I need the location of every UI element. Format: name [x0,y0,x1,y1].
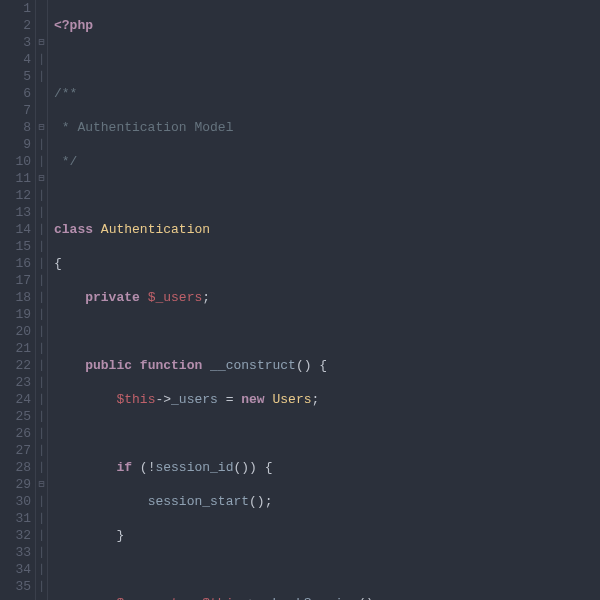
code-line[interactable]: $account = $this->_checkSession(); [54,595,600,600]
keyword: new [241,392,264,407]
method-call: _checkSession [257,596,358,600]
line-number: 28 [0,459,35,476]
fold-guide: │ [36,204,47,221]
php-tag: <?php [54,18,93,33]
fold-toggle-icon[interactable]: ⊟ [36,119,47,136]
fold-guide: │ [36,51,47,68]
code-line[interactable] [54,51,600,68]
variable: $account [116,596,178,600]
line-number: 30 [0,493,35,510]
line-number: 10 [0,153,35,170]
comment: /** [54,86,77,101]
line-number: 7 [0,102,35,119]
fold-guide: │ [36,510,47,527]
fold-guide: │ [36,136,47,153]
fold-guide: │ [36,425,47,442]
fold-guide: │ [36,221,47,238]
fold-guide: │ [36,408,47,425]
keyword: public [85,358,132,373]
fold-guide: │ [36,391,47,408]
line-number: 18 [0,289,35,306]
keyword: private [85,290,140,305]
line-number-gutter: 1234567891011121314151617181920212223242… [0,0,36,600]
code-line[interactable]: */ [54,153,600,170]
code-line[interactable]: if (!session_id()) { [54,459,600,476]
fold-toggle-icon[interactable]: ⊟ [36,476,47,493]
code-line[interactable] [54,425,600,442]
code-line[interactable] [54,187,600,204]
code-line[interactable]: private $_users; [54,289,600,306]
line-number: 20 [0,323,35,340]
function-call: session_start [148,494,249,509]
line-number: 5 [0,68,35,85]
line-number: 32 [0,527,35,544]
code-line[interactable]: /** [54,85,600,102]
fold-column: ⊟││⊟││⊟│││││││││││││││││⊟││││││ [36,0,48,600]
fold-guide: │ [36,68,47,85]
line-number: 31 [0,510,35,527]
code-line[interactable]: session_start(); [54,493,600,510]
code-line[interactable] [54,561,600,578]
code-line[interactable]: class Authentication [54,221,600,238]
comment: * Authentication Model [54,120,233,135]
line-number: 23 [0,374,35,391]
line-number: 34 [0,561,35,578]
line-number: 3 [0,34,35,51]
class-name: Authentication [101,222,210,237]
line-number: 16 [0,255,35,272]
line-number: 13 [0,204,35,221]
fold-guide: │ [36,272,47,289]
code-area[interactable]: <?php /** * Authentication Model */ clas… [48,0,600,600]
line-number: 24 [0,391,35,408]
line-number: 27 [0,442,35,459]
line-number: 25 [0,408,35,425]
class-name: Users [272,392,311,407]
code-editor: 1234567891011121314151617181920212223242… [0,0,600,600]
fold-guide: │ [36,544,47,561]
line-number: 29 [0,476,35,493]
fold-guide: │ [36,357,47,374]
fold-guide: │ [36,493,47,510]
fold-guide: │ [36,561,47,578]
fold-guide [36,0,47,17]
line-number: 11 [0,170,35,187]
line-number: 8 [0,119,35,136]
fold-guide [36,17,47,34]
fold-guide: │ [36,578,47,595]
variable: $_users [148,290,203,305]
fold-toggle-icon[interactable]: ⊟ [36,34,47,51]
variable: $this [116,392,155,407]
line-number: 35 [0,578,35,595]
line-number: 17 [0,272,35,289]
fold-guide [36,85,47,102]
fold-toggle-icon[interactable]: ⊟ [36,170,47,187]
fold-guide: │ [36,340,47,357]
fold-guide: │ [36,153,47,170]
fold-guide [36,102,47,119]
fold-guide: │ [36,374,47,391]
line-number: 6 [0,85,35,102]
fold-guide: │ [36,442,47,459]
line-number: 12 [0,187,35,204]
code-line[interactable]: <?php [54,17,600,34]
line-number: 33 [0,544,35,561]
fold-guide: │ [36,238,47,255]
line-number: 21 [0,340,35,357]
fold-guide: │ [36,527,47,544]
fold-guide: │ [36,255,47,272]
line-number: 22 [0,357,35,374]
code-line[interactable]: { [54,255,600,272]
code-line[interactable]: } [54,527,600,544]
function-call: session_id [155,460,233,475]
code-line[interactable]: public function __construct() { [54,357,600,374]
code-line[interactable] [54,323,600,340]
fold-guide: │ [36,459,47,476]
comment: */ [54,154,77,169]
line-number: 19 [0,306,35,323]
line-number: 4 [0,51,35,68]
fold-guide: │ [36,306,47,323]
line-number: 9 [0,136,35,153]
code-line[interactable]: $this->_users = new Users; [54,391,600,408]
code-line[interactable]: * Authentication Model [54,119,600,136]
keyword: if [116,460,132,475]
